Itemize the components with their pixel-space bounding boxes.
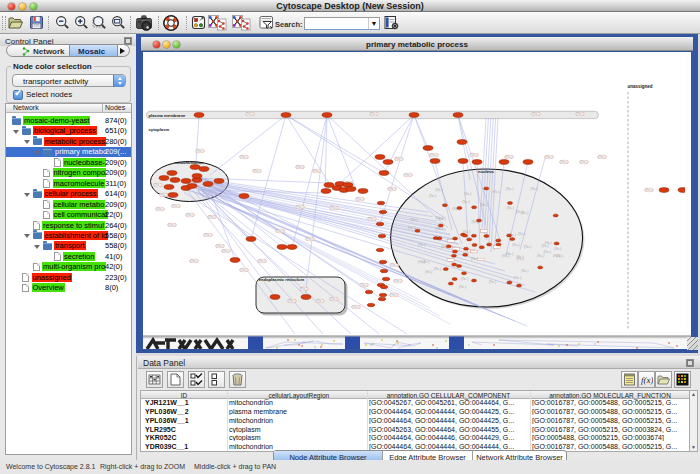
svg-text:(Yx..): (Yx..) (471, 257, 478, 261)
svg-text:(Yx..): (Yx..) (517, 257, 524, 261)
svg-text:(Yx..): (Yx..) (288, 299, 296, 303)
svg-text:(Yx..): (Yx..) (492, 190, 499, 194)
svg-text:(Yx..): (Yx..) (542, 244, 549, 248)
svg-text:(Yx..): (Yx..) (356, 197, 364, 201)
svg-text:(Yx..): (Yx..) (470, 153, 478, 157)
svg-text:(Yx..): (Yx..) (512, 243, 519, 247)
svg-text:(Yx..): (Yx..) (418, 243, 425, 247)
svg-text:(Yx..): (Yx..) (425, 270, 432, 274)
svg-text:(Yx..): (Yx..) (506, 187, 513, 191)
svg-text:(Yx..): (Yx..) (521, 269, 528, 273)
svg-text:(Yx..): (Yx..) (461, 277, 468, 281)
svg-text:(Yx..): (Yx..) (544, 241, 551, 245)
svg-text:(Yx..): (Yx..) (390, 293, 398, 297)
svg-text:(Yx..): (Yx..) (430, 153, 438, 157)
svg-text:(Yx..): (Yx..) (186, 213, 194, 217)
svg-text:(Yx..): (Yx..) (172, 204, 180, 208)
svg-text:nucleus: nucleus (478, 169, 494, 174)
svg-text:(Yx..): (Yx..) (390, 263, 398, 267)
svg-text:(Yx..): (Yx..) (556, 254, 563, 258)
svg-text:(Yx..): (Yx..) (429, 194, 436, 198)
svg-text:(Yx..): (Yx..) (306, 237, 314, 241)
svg-text:(Yx..): (Yx..) (300, 287, 308, 291)
svg-text:(Yx..): (Yx..) (463, 200, 470, 204)
svg-text:(Yx..): (Yx..) (196, 149, 204, 153)
svg-text:(Yx..): (Yx..) (518, 232, 525, 236)
svg-text:(Yx..): (Yx..) (190, 259, 198, 263)
svg-text:(Yx..): (Yx..) (580, 160, 588, 164)
svg-text:(Yx..): (Yx..) (240, 268, 248, 272)
svg-text:(Yx..): (Yx..) (422, 260, 429, 264)
svg-text:(Yx..): (Yx..) (156, 207, 164, 211)
svg-text:(Yx..): (Yx..) (360, 283, 368, 287)
svg-text:(Yx..): (Yx..) (352, 305, 360, 309)
svg-text:endoplasmic reticulum: endoplasmic reticulum (259, 277, 305, 282)
svg-text:(Yx..): (Yx..) (537, 254, 544, 258)
svg-text:mitochondrion: mitochondrion (174, 160, 204, 165)
svg-text:(Yx..): (Yx..) (411, 218, 418, 222)
svg-text:(Yx..): (Yx..) (598, 155, 606, 159)
svg-text:(Yx..): (Yx..) (208, 215, 216, 219)
svg-text:(Yx..): (Yx..) (434, 267, 441, 271)
svg-text:(Yx..): (Yx..) (216, 244, 224, 248)
svg-text:unassigned: unassigned (628, 84, 653, 89)
svg-text:(Yx..): (Yx..) (436, 216, 443, 220)
svg-text:(Yx..): (Yx..) (521, 211, 528, 215)
svg-text:(Yx..): (Yx..) (395, 157, 403, 161)
svg-text:(Yx..): (Yx..) (330, 297, 338, 301)
svg-text:(Yx..): (Yx..) (464, 192, 471, 196)
svg-text:(Yx..): (Yx..) (394, 279, 402, 283)
svg-text:(Yx..): (Yx..) (253, 169, 261, 173)
svg-text:(Yx..): (Yx..) (296, 165, 304, 169)
svg-text:(Yx..): (Yx..) (370, 112, 378, 116)
svg-text:(Yx..): (Yx..) (368, 217, 376, 221)
svg-text:plasma membrane: plasma membrane (149, 113, 186, 118)
svg-text:(Yx..): (Yx..) (276, 229, 284, 233)
svg-text:(Yx..): (Yx..) (330, 206, 338, 210)
svg-text:(Yx..): (Yx..) (524, 245, 531, 249)
svg-text:(Yx..): (Yx..) (436, 227, 443, 231)
svg-text:(Yx..): (Yx..) (240, 155, 248, 159)
svg-text:(Yx..): (Yx..) (505, 155, 513, 159)
svg-text:(Yx..): (Yx..) (532, 112, 540, 116)
svg-text:(Yx..): (Yx..) (544, 250, 551, 254)
svg-text:cytoplasm: cytoplasm (149, 127, 170, 132)
svg-text:(Yx..): (Yx..) (489, 280, 496, 284)
svg-text:(Yx..): (Yx..) (645, 188, 653, 192)
svg-text:(Yx..): (Yx..) (316, 299, 324, 303)
svg-text:(Yx..): (Yx..) (222, 249, 230, 253)
svg-text:(Yx..): (Yx..) (258, 259, 266, 263)
svg-text:(Yx..): (Yx..) (459, 285, 466, 289)
svg-text:(Yx..): (Yx..) (531, 187, 538, 191)
svg-text:(Yx..): (Yx..) (576, 112, 584, 116)
svg-text:(Yx..): (Yx..) (502, 254, 509, 258)
svg-text:f(x): f(x) (641, 375, 653, 385)
svg-text:(Yx..): (Yx..) (481, 203, 488, 207)
svg-text:(Yx..): (Yx..) (436, 188, 443, 192)
svg-text:(Yx..): (Yx..) (168, 223, 176, 227)
svg-text:(Yx..): (Yx..) (246, 112, 254, 116)
svg-text:(Yx..): (Yx..) (408, 226, 415, 230)
svg-text:(Yx..): (Yx..) (545, 155, 553, 159)
svg-text:(Yx..): (Yx..) (313, 169, 321, 173)
svg-text:(Yx..): (Yx..) (560, 160, 568, 164)
svg-text:(Yx..): (Yx..) (160, 193, 168, 197)
svg-text:(Yx..): (Yx..) (507, 206, 514, 210)
svg-text:(Yx..): (Yx..) (204, 233, 212, 237)
svg-text:(Yx..): (Yx..) (404, 173, 412, 177)
svg-text:(Yx..): (Yx..) (514, 276, 521, 280)
svg-text:(Yx..): (Yx..) (154, 183, 162, 187)
svg-text:(Yx..): (Yx..) (554, 247, 561, 251)
svg-text:(Yx..): (Yx..) (296, 205, 304, 209)
svg-text:(Yx..): (Yx..) (388, 187, 396, 191)
